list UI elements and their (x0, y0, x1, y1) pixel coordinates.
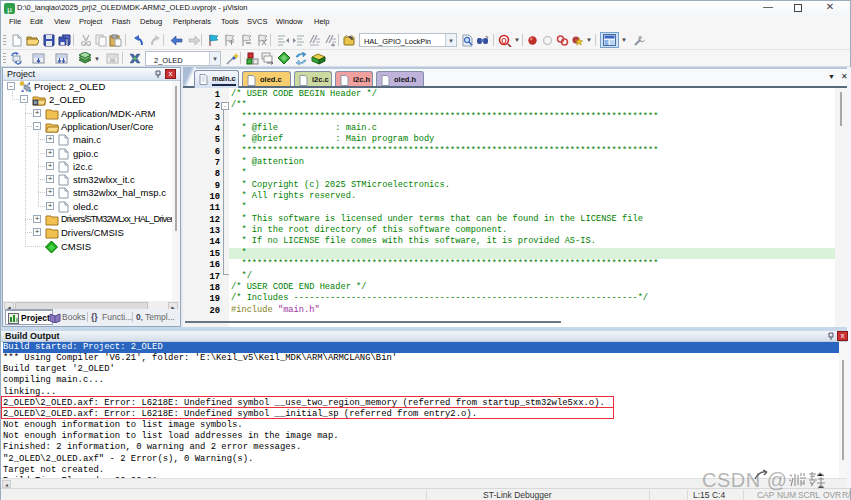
svg-text:µ: µ (7, 5, 12, 14)
svg-text:Q: Q (501, 37, 507, 45)
